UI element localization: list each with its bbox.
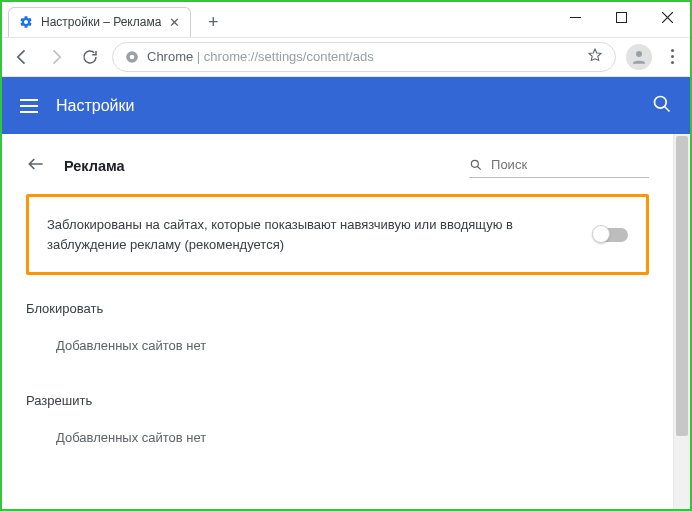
window-controls	[552, 2, 690, 32]
settings-header: Настройки	[2, 77, 690, 134]
scroll-area: Реклама Заблокированы на сайтах, которые…	[2, 134, 690, 509]
page-search-input[interactable]	[491, 157, 649, 172]
browser-window: Настройки – Реклама ✕ + Chrome | chrome	[0, 0, 692, 511]
bookmark-star-icon[interactable]	[587, 47, 603, 66]
tabstrip: Настройки – Реклама ✕ +	[2, 2, 552, 37]
svg-point-5	[655, 96, 667, 108]
ads-toggle-label: Заблокированы на сайтах, которые показыв…	[47, 215, 574, 254]
new-tab-button[interactable]: +	[199, 9, 227, 37]
ads-toggle-row: Заблокированы на сайтах, которые показыв…	[26, 194, 649, 275]
page-title: Реклама	[64, 158, 125, 174]
svg-point-3	[130, 54, 135, 59]
block-empty-text: Добавленных сайтов нет	[56, 338, 649, 353]
svg-rect-0	[570, 17, 581, 18]
back-button[interactable]	[10, 45, 34, 69]
allow-section-title: Разрешить	[26, 393, 649, 408]
page-header: Реклама	[26, 154, 649, 178]
svg-line-8	[477, 166, 480, 169]
settings-title: Настройки	[56, 97, 652, 115]
profile-avatar[interactable]	[626, 44, 652, 70]
reload-button[interactable]	[78, 45, 102, 69]
page-search[interactable]	[469, 155, 649, 178]
tab-title: Настройки – Реклама	[41, 15, 161, 29]
chrome-icon	[125, 50, 139, 64]
allow-empty-text: Добавленных сайтов нет	[56, 430, 649, 445]
svg-point-4	[636, 51, 642, 57]
titlebar: Настройки – Реклама ✕ +	[2, 2, 690, 38]
address-bar[interactable]: Chrome | chrome://settings/content/ads	[112, 42, 616, 72]
scrollbar-thumb[interactable]	[676, 136, 688, 436]
block-section-title: Блокировать	[26, 301, 649, 316]
ads-toggle[interactable]	[594, 228, 628, 242]
minimize-button[interactable]	[552, 2, 598, 32]
browser-menu-button[interactable]	[662, 49, 682, 64]
svg-rect-1	[616, 12, 626, 22]
browser-tab[interactable]: Настройки – Реклама ✕	[8, 7, 191, 37]
back-arrow-icon[interactable]	[26, 154, 46, 178]
svg-line-6	[665, 106, 670, 111]
forward-button[interactable]	[44, 45, 68, 69]
search-icon[interactable]	[652, 94, 672, 118]
scrollbar[interactable]	[673, 134, 690, 509]
svg-point-7	[471, 160, 478, 167]
close-button[interactable]	[644, 2, 690, 32]
tab-close-icon[interactable]: ✕	[169, 16, 180, 29]
search-icon	[469, 157, 483, 173]
settings-page: Реклама Заблокированы на сайтах, которые…	[2, 134, 673, 509]
hamburger-menu-icon[interactable]	[20, 99, 38, 113]
url-text: Chrome | chrome://settings/content/ads	[147, 49, 374, 64]
maximize-button[interactable]	[598, 2, 644, 32]
settings-favicon-icon	[19, 15, 33, 29]
content-area: Настройки Реклама Заблокиро	[2, 77, 690, 509]
toggle-knob	[592, 225, 610, 243]
browser-toolbar: Chrome | chrome://settings/content/ads	[2, 38, 690, 77]
